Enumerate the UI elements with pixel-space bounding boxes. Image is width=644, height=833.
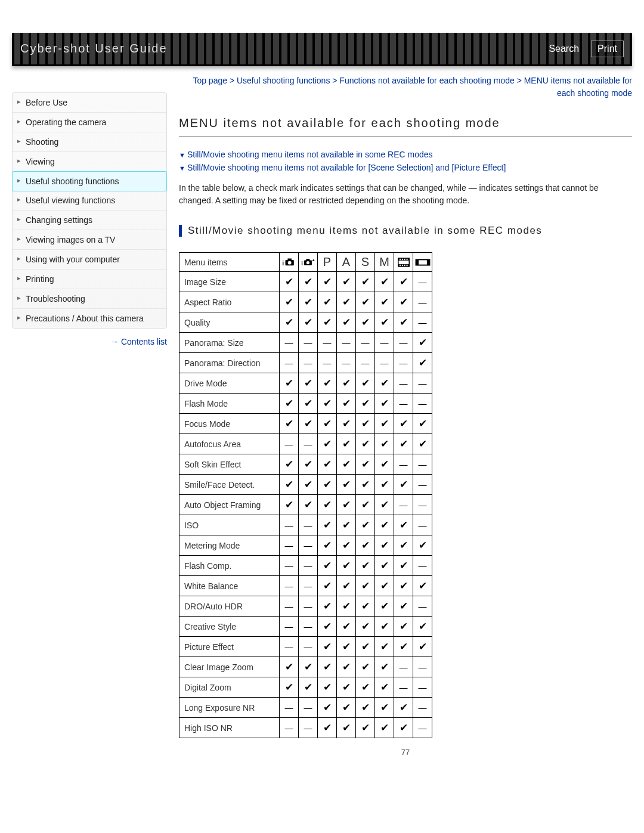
menu-item-name: Soft Skin Effect	[179, 454, 280, 475]
table-row: Aspect Ratio	[179, 292, 432, 312]
dash-icon	[413, 495, 432, 515]
dash-icon	[299, 434, 318, 454]
check-icon	[280, 475, 299, 495]
svg-rect-15	[406, 258, 407, 259]
menu-item-name: Long Exposure NR	[179, 698, 280, 718]
check-icon	[318, 637, 337, 657]
check-icon	[318, 617, 337, 637]
check-icon	[413, 333, 432, 353]
menu-item-name: High ISO NR	[179, 718, 280, 738]
check-icon	[299, 292, 318, 312]
check-icon	[299, 394, 318, 414]
dash-icon	[413, 394, 432, 414]
menu-item-name: Flash Comp.	[179, 556, 280, 576]
check-icon	[299, 657, 318, 677]
check-icon	[318, 698, 337, 718]
dash-icon	[356, 353, 375, 373]
check-icon	[356, 475, 375, 495]
check-icon	[375, 312, 394, 333]
table-row: White Balance	[179, 576, 432, 596]
check-icon	[375, 596, 394, 617]
contents-list-link[interactable]: Contents list	[12, 337, 167, 346]
menu-item-name: ISO	[179, 515, 280, 535]
sidebar-item[interactable]: Operating the camera	[13, 113, 166, 132]
check-icon	[299, 272, 318, 292]
check-icon	[337, 698, 356, 718]
anchor-link[interactable]: Still/Movie shooting menu items not avai…	[179, 163, 632, 172]
check-icon	[356, 677, 375, 698]
table-row: Creative Style	[179, 617, 432, 637]
anchor-link-list: Still/Movie shooting menu items not avai…	[179, 150, 632, 172]
check-icon	[318, 677, 337, 698]
dash-icon	[280, 333, 299, 353]
modes-table: Menu itemsii+PASMImage SizeAspect RatioQ…	[179, 252, 432, 738]
check-icon	[318, 596, 337, 617]
table-row: Flash Mode	[179, 394, 432, 414]
top-bar-actions: Search Print	[543, 41, 624, 57]
check-icon	[299, 677, 318, 698]
check-icon	[318, 434, 337, 454]
menu-item-name: White Balance	[179, 576, 280, 596]
sidebar-item[interactable]: Viewing	[13, 152, 166, 172]
dash-icon	[280, 576, 299, 596]
menu-item-name: Smile/Face Detect.	[179, 475, 280, 495]
check-icon	[413, 637, 432, 657]
check-icon	[413, 617, 432, 637]
sidebar-item[interactable]: Troubleshooting	[13, 289, 166, 309]
svg-text:+: +	[312, 258, 314, 262]
sidebar-item[interactable]: Printing	[13, 270, 166, 289]
svg-rect-12	[400, 258, 401, 259]
check-icon	[318, 475, 337, 495]
check-icon	[394, 617, 413, 637]
app-title: Cyber-shot User Guide	[20, 42, 168, 55]
check-icon	[375, 698, 394, 718]
menu-item-name: Image Size	[179, 272, 280, 292]
sidebar-item[interactable]: Using with your computer	[13, 250, 166, 270]
sidebar-item[interactable]: Before Use	[13, 93, 166, 113]
menu-item-name: Panorama: Size	[179, 333, 280, 353]
check-icon	[280, 454, 299, 475]
sidebar-item[interactable]: Viewing images on a TV	[13, 230, 166, 250]
mode-column-header	[394, 253, 413, 272]
check-icon	[318, 718, 337, 738]
check-icon	[394, 556, 413, 576]
anchor-link[interactable]: Still/Movie shooting menu items not avai…	[179, 150, 632, 159]
menu-item-name: Metering Mode	[179, 535, 280, 556]
menu-item-name: Flash Mode	[179, 394, 280, 414]
section-heading: Still/Movie shooting menu items not avai…	[179, 225, 632, 237]
check-icon	[413, 353, 432, 373]
menu-item-name: Panorama: Direction	[179, 353, 280, 373]
dash-icon	[318, 333, 337, 353]
dash-icon	[413, 515, 432, 535]
sidebar-item[interactable]: Shooting	[13, 132, 166, 152]
table-row: Long Exposure NR	[179, 698, 432, 718]
check-icon	[280, 394, 299, 414]
sidebar-item[interactable]: Useful shooting functions	[12, 171, 167, 191]
sidebar-item[interactable]: Changing settings	[13, 210, 166, 230]
check-icon	[375, 475, 394, 495]
table-row: Autofocus Area	[179, 434, 432, 454]
mode-column-header: i	[280, 253, 299, 272]
check-icon	[299, 373, 318, 394]
check-icon	[413, 434, 432, 454]
check-icon	[337, 718, 356, 738]
table-row: Digital Zoom	[179, 677, 432, 698]
check-icon	[356, 272, 375, 292]
check-icon	[394, 596, 413, 617]
check-icon	[356, 657, 375, 677]
mode-column-header: A	[337, 253, 356, 272]
check-icon	[394, 718, 413, 738]
check-icon	[356, 394, 375, 414]
check-icon	[337, 576, 356, 596]
print-button[interactable]: Print	[591, 41, 624, 57]
mode-column-header: S	[356, 253, 375, 272]
check-icon	[356, 535, 375, 556]
sidebar-item[interactable]: Precautions / About this camera	[13, 309, 166, 328]
search-button[interactable]: Search	[543, 41, 585, 57]
breadcrumb[interactable]: Top page > Useful shooting functions > F…	[179, 75, 632, 100]
svg-rect-21	[416, 259, 419, 265]
menu-item-name: DRO/Auto HDR	[179, 596, 280, 617]
dash-icon	[299, 535, 318, 556]
dash-icon	[375, 353, 394, 373]
sidebar-item[interactable]: Useful viewing functions	[13, 191, 166, 210]
